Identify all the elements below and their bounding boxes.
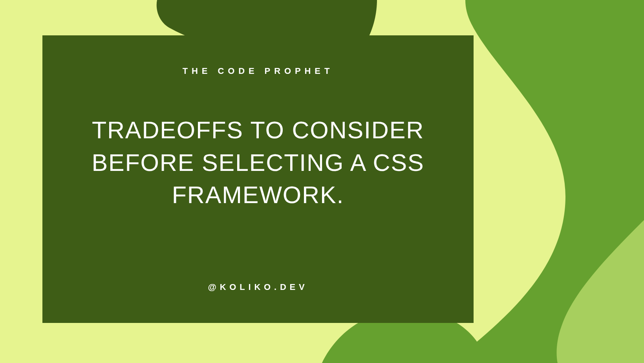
main-title: TRADEOFFS TO CONSIDER BEFORE SELECTING A… — [66, 114, 450, 211]
author-handle: @KOLIKO.DEV — [208, 282, 308, 292]
title-card: THE CODE PROPHET TRADEOFFS TO CONSIDER B… — [42, 35, 474, 323]
slide-canvas: THE CODE PROPHET TRADEOFFS TO CONSIDER B… — [0, 0, 644, 363]
kicker-text: THE CODE PROPHET — [183, 66, 334, 76]
